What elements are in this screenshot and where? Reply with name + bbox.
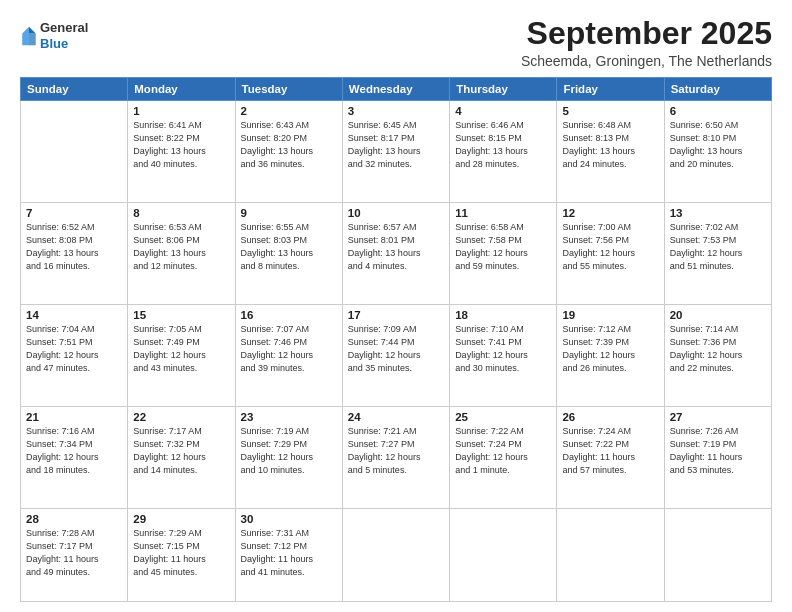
location-subtitle: Scheemda, Groningen, The Netherlands <box>521 53 772 69</box>
day-number: 22 <box>133 411 229 423</box>
day-number: 14 <box>26 309 122 321</box>
weekday-header-cell: Saturday <box>664 78 771 101</box>
calendar-cell: 27Sunrise: 7:26 AM Sunset: 7:19 PM Dayli… <box>664 407 771 509</box>
day-info: Sunrise: 7:09 AM Sunset: 7:44 PM Dayligh… <box>348 323 444 375</box>
logo: General Blue <box>20 20 88 51</box>
day-info: Sunrise: 6:50 AM Sunset: 8:10 PM Dayligh… <box>670 119 766 171</box>
calendar-cell: 6Sunrise: 6:50 AM Sunset: 8:10 PM Daylig… <box>664 101 771 203</box>
day-info: Sunrise: 6:55 AM Sunset: 8:03 PM Dayligh… <box>241 221 337 273</box>
calendar-week-row: 14Sunrise: 7:04 AM Sunset: 7:51 PM Dayli… <box>21 305 772 407</box>
day-number: 26 <box>562 411 658 423</box>
day-info: Sunrise: 7:05 AM Sunset: 7:49 PM Dayligh… <box>133 323 229 375</box>
weekday-header-cell: Wednesday <box>342 78 449 101</box>
day-number: 29 <box>133 513 229 525</box>
day-info: Sunrise: 6:52 AM Sunset: 8:08 PM Dayligh… <box>26 221 122 273</box>
day-info: Sunrise: 6:45 AM Sunset: 8:17 PM Dayligh… <box>348 119 444 171</box>
calendar-cell <box>450 509 557 602</box>
calendar-cell: 20Sunrise: 7:14 AM Sunset: 7:36 PM Dayli… <box>664 305 771 407</box>
calendar-cell: 16Sunrise: 7:07 AM Sunset: 7:46 PM Dayli… <box>235 305 342 407</box>
svg-marker-0 <box>29 26 36 33</box>
calendar-cell: 12Sunrise: 7:00 AM Sunset: 7:56 PM Dayli… <box>557 203 664 305</box>
day-number: 4 <box>455 105 551 117</box>
calendar-cell: 28Sunrise: 7:28 AM Sunset: 7:17 PM Dayli… <box>21 509 128 602</box>
calendar-cell: 14Sunrise: 7:04 AM Sunset: 7:51 PM Dayli… <box>21 305 128 407</box>
day-number: 27 <box>670 411 766 423</box>
day-info: Sunrise: 6:43 AM Sunset: 8:20 PM Dayligh… <box>241 119 337 171</box>
calendar-cell: 30Sunrise: 7:31 AM Sunset: 7:12 PM Dayli… <box>235 509 342 602</box>
weekday-header-cell: Sunday <box>21 78 128 101</box>
day-number: 7 <box>26 207 122 219</box>
calendar-week-row: 7Sunrise: 6:52 AM Sunset: 8:08 PM Daylig… <box>21 203 772 305</box>
weekday-header-cell: Tuesday <box>235 78 342 101</box>
day-info: Sunrise: 7:12 AM Sunset: 7:39 PM Dayligh… <box>562 323 658 375</box>
day-info: Sunrise: 7:04 AM Sunset: 7:51 PM Dayligh… <box>26 323 122 375</box>
calendar-cell: 9Sunrise: 6:55 AM Sunset: 8:03 PM Daylig… <box>235 203 342 305</box>
calendar-cell: 13Sunrise: 7:02 AM Sunset: 7:53 PM Dayli… <box>664 203 771 305</box>
day-info: Sunrise: 7:22 AM Sunset: 7:24 PM Dayligh… <box>455 425 551 477</box>
logo-general: General <box>40 20 88 36</box>
calendar-body: 1Sunrise: 6:41 AM Sunset: 8:22 PM Daylig… <box>21 101 772 602</box>
calendar-week-row: 1Sunrise: 6:41 AM Sunset: 8:22 PM Daylig… <box>21 101 772 203</box>
svg-marker-1 <box>29 33 36 45</box>
calendar-cell <box>342 509 449 602</box>
day-info: Sunrise: 6:48 AM Sunset: 8:13 PM Dayligh… <box>562 119 658 171</box>
day-number: 3 <box>348 105 444 117</box>
day-number: 5 <box>562 105 658 117</box>
calendar-cell: 3Sunrise: 6:45 AM Sunset: 8:17 PM Daylig… <box>342 101 449 203</box>
day-number: 13 <box>670 207 766 219</box>
calendar-table: SundayMondayTuesdayWednesdayThursdayFrid… <box>20 77 772 602</box>
logo-icon <box>20 25 38 47</box>
day-number: 20 <box>670 309 766 321</box>
calendar-cell: 29Sunrise: 7:29 AM Sunset: 7:15 PM Dayli… <box>128 509 235 602</box>
weekday-header-cell: Thursday <box>450 78 557 101</box>
calendar-cell: 7Sunrise: 6:52 AM Sunset: 8:08 PM Daylig… <box>21 203 128 305</box>
calendar-cell <box>21 101 128 203</box>
day-info: Sunrise: 7:07 AM Sunset: 7:46 PM Dayligh… <box>241 323 337 375</box>
day-info: Sunrise: 7:02 AM Sunset: 7:53 PM Dayligh… <box>670 221 766 273</box>
calendar-cell: 26Sunrise: 7:24 AM Sunset: 7:22 PM Dayli… <box>557 407 664 509</box>
calendar-cell: 24Sunrise: 7:21 AM Sunset: 7:27 PM Dayli… <box>342 407 449 509</box>
day-number: 17 <box>348 309 444 321</box>
calendar-cell: 5Sunrise: 6:48 AM Sunset: 8:13 PM Daylig… <box>557 101 664 203</box>
day-number: 15 <box>133 309 229 321</box>
day-number: 21 <box>26 411 122 423</box>
day-number: 12 <box>562 207 658 219</box>
calendar-cell: 25Sunrise: 7:22 AM Sunset: 7:24 PM Dayli… <box>450 407 557 509</box>
calendar-cell: 1Sunrise: 6:41 AM Sunset: 8:22 PM Daylig… <box>128 101 235 203</box>
day-number: 30 <box>241 513 337 525</box>
day-info: Sunrise: 7:10 AM Sunset: 7:41 PM Dayligh… <box>455 323 551 375</box>
calendar-cell: 15Sunrise: 7:05 AM Sunset: 7:49 PM Dayli… <box>128 305 235 407</box>
calendar-cell: 17Sunrise: 7:09 AM Sunset: 7:44 PM Dayli… <box>342 305 449 407</box>
day-info: Sunrise: 7:21 AM Sunset: 7:27 PM Dayligh… <box>348 425 444 477</box>
day-info: Sunrise: 7:16 AM Sunset: 7:34 PM Dayligh… <box>26 425 122 477</box>
day-number: 25 <box>455 411 551 423</box>
day-number: 2 <box>241 105 337 117</box>
day-number: 24 <box>348 411 444 423</box>
day-info: Sunrise: 6:46 AM Sunset: 8:15 PM Dayligh… <box>455 119 551 171</box>
page-header: General Blue September 2025 Scheemda, Gr… <box>20 16 772 69</box>
day-number: 6 <box>670 105 766 117</box>
day-info: Sunrise: 7:31 AM Sunset: 7:12 PM Dayligh… <box>241 527 337 579</box>
calendar-cell: 4Sunrise: 6:46 AM Sunset: 8:15 PM Daylig… <box>450 101 557 203</box>
weekday-header-cell: Monday <box>128 78 235 101</box>
day-number: 18 <box>455 309 551 321</box>
svg-marker-2 <box>22 26 29 45</box>
calendar-cell: 21Sunrise: 7:16 AM Sunset: 7:34 PM Dayli… <box>21 407 128 509</box>
day-info: Sunrise: 6:58 AM Sunset: 7:58 PM Dayligh… <box>455 221 551 273</box>
calendar-cell: 23Sunrise: 7:19 AM Sunset: 7:29 PM Dayli… <box>235 407 342 509</box>
calendar-cell: 8Sunrise: 6:53 AM Sunset: 8:06 PM Daylig… <box>128 203 235 305</box>
day-number: 10 <box>348 207 444 219</box>
calendar-cell <box>557 509 664 602</box>
day-info: Sunrise: 7:24 AM Sunset: 7:22 PM Dayligh… <box>562 425 658 477</box>
day-number: 1 <box>133 105 229 117</box>
day-info: Sunrise: 7:14 AM Sunset: 7:36 PM Dayligh… <box>670 323 766 375</box>
day-number: 11 <box>455 207 551 219</box>
calendar-cell: 11Sunrise: 6:58 AM Sunset: 7:58 PM Dayli… <box>450 203 557 305</box>
title-block: September 2025 Scheemda, Groningen, The … <box>521 16 772 69</box>
day-number: 19 <box>562 309 658 321</box>
day-info: Sunrise: 6:41 AM Sunset: 8:22 PM Dayligh… <box>133 119 229 171</box>
month-title: September 2025 <box>521 16 772 51</box>
day-info: Sunrise: 7:17 AM Sunset: 7:32 PM Dayligh… <box>133 425 229 477</box>
day-info: Sunrise: 7:00 AM Sunset: 7:56 PM Dayligh… <box>562 221 658 273</box>
day-number: 9 <box>241 207 337 219</box>
